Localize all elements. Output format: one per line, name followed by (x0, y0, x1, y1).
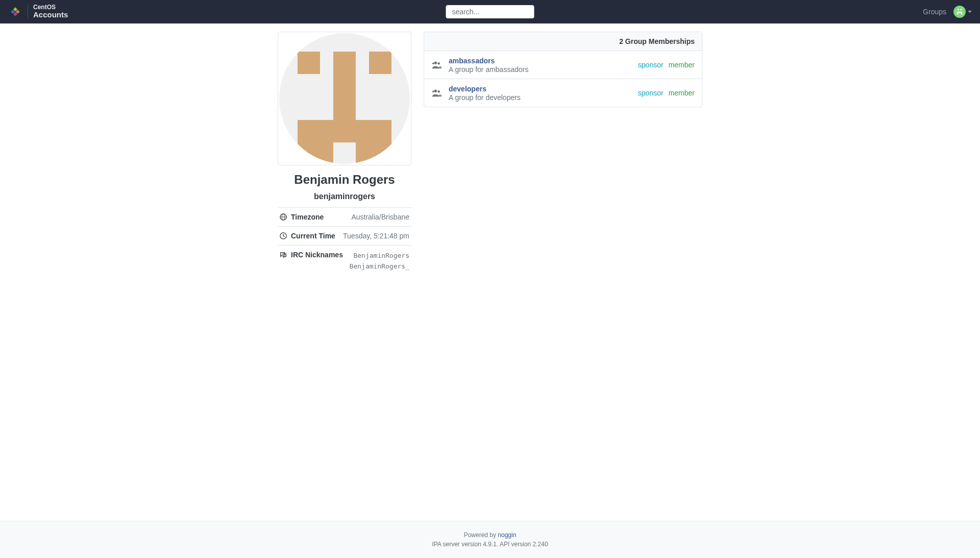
profile-username: benjaminrogers (278, 192, 411, 201)
globe-icon (280, 213, 287, 221)
irc-value: BenjaminRogers BenjaminRogers_ (350, 251, 409, 272)
noggin-link[interactable]: noggin (498, 531, 516, 539)
group-desc: A group for ambassadors (449, 65, 632, 74)
svg-rect-7 (957, 13, 959, 15)
role-sponsor: sponsor (638, 89, 664, 97)
svg-rect-4 (958, 9, 959, 11)
group-row: ambassadors A group for ambassadors spon… (424, 51, 702, 79)
svg-rect-13 (298, 142, 320, 164)
footer: Powered by noggin IPA server version 4.9… (0, 521, 980, 558)
group-roles: sponsor member (638, 89, 695, 97)
profile-card: Benjamin Rogers benjaminrogers Timezone … (278, 32, 411, 513)
role-member: member (669, 61, 695, 69)
info-row-timezone: Timezone Australia/Brisbane (278, 208, 411, 227)
groups-link[interactable]: Groups (923, 8, 946, 16)
profile-display-name: Benjamin Rogers (278, 173, 411, 187)
irc-label: IRC Nicknames (280, 251, 343, 259)
svg-rect-15 (320, 142, 333, 164)
svg-rect-11 (333, 52, 356, 120)
svg-point-22 (437, 62, 440, 65)
brand-text: CentOS Accounts (33, 4, 68, 19)
current-time-label: Current Time (280, 232, 335, 240)
svg-point-21 (434, 62, 437, 65)
user-menu[interactable] (953, 6, 972, 18)
group-info: ambassadors A group for ambassadors (449, 56, 632, 74)
svg-rect-14 (369, 142, 391, 164)
avatar-box (278, 32, 411, 165)
navbar: CentOS Accounts Groups (0, 0, 980, 23)
group-name-link[interactable]: developers (449, 85, 486, 93)
group-roles: sponsor member (638, 61, 695, 69)
main-content: Benjamin Rogers benjaminrogers Timezone … (197, 23, 783, 521)
svg-rect-10 (369, 52, 391, 74)
users-icon (431, 87, 443, 99)
centos-logo-icon (8, 5, 22, 19)
navbar-right: Groups (923, 6, 972, 18)
timezone-label: Timezone (280, 213, 324, 221)
user-avatar-icon (953, 6, 966, 18)
brand-divider (28, 5, 28, 19)
clock-icon (280, 232, 287, 239)
svg-rect-16 (356, 142, 369, 164)
search-container (446, 5, 534, 18)
svg-point-26 (432, 90, 434, 92)
chat-icon (280, 251, 287, 258)
current-time-value: Tuesday, 5:21:48 pm (343, 232, 409, 240)
identicon-avatar (279, 33, 410, 164)
irc-nick-2: BenjaminRogers_ (350, 261, 409, 272)
footer-version: IPA server version 4.9.1. API version 2.… (0, 541, 980, 548)
group-name-link[interactable]: ambassadors (449, 57, 495, 65)
svg-rect-5 (960, 9, 962, 11)
group-desc: A group for developers (449, 93, 632, 102)
brand-line2: Accounts (33, 11, 68, 19)
svg-rect-9 (298, 52, 320, 74)
search-input[interactable] (446, 5, 534, 18)
chevron-down-icon (968, 11, 972, 13)
users-icon (431, 59, 443, 70)
svg-rect-12 (298, 120, 391, 142)
svg-point-23 (432, 62, 434, 64)
profile-info-list: Timezone Australia/Brisbane Current Time… (278, 207, 411, 277)
group-row: developers A group for developers sponso… (424, 79, 702, 107)
svg-rect-8 (961, 13, 963, 15)
info-row-current-time: Current Time Tuesday, 5:21:48 pm (278, 227, 411, 246)
timezone-value: Australia/Brisbane (351, 213, 409, 221)
groups-header: 2 Group Memberships (424, 32, 702, 51)
svg-point-24 (434, 90, 437, 93)
info-row-irc: IRC Nicknames BenjaminRogers BenjaminRog… (278, 246, 411, 277)
role-member: member (669, 89, 695, 97)
groups-card: 2 Group Memberships ambassadors A group … (424, 32, 702, 107)
groups-panel: 2 Group Memberships ambassadors A group … (424, 32, 702, 513)
svg-rect-6 (957, 12, 963, 13)
irc-nick-1: BenjaminRogers (350, 251, 409, 261)
svg-point-25 (437, 90, 440, 93)
role-sponsor: sponsor (638, 61, 664, 69)
group-info: developers A group for developers (449, 84, 632, 102)
footer-powered: Powered by noggin (0, 531, 980, 539)
brand[interactable]: CentOS Accounts (8, 4, 68, 19)
